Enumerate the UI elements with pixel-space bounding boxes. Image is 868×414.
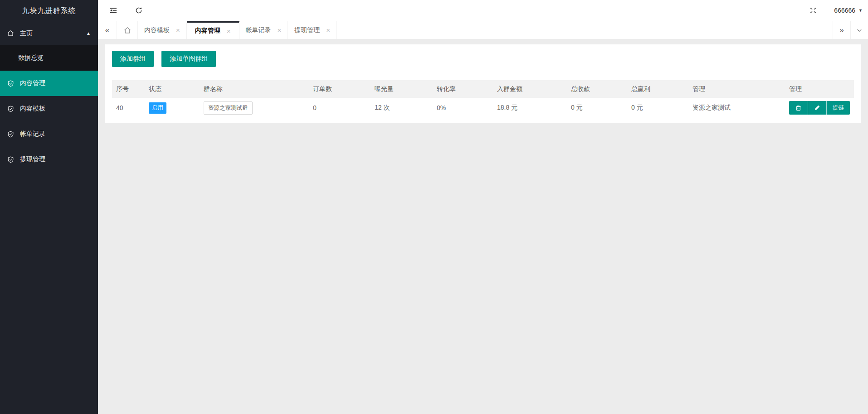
cell-conversion: 0%: [433, 98, 493, 118]
tab-label: 提现管理: [294, 26, 320, 34]
cell-status: 启用: [145, 98, 200, 118]
fullscreen-button[interactable]: [804, 0, 822, 21]
tabs-scroll-left-button[interactable]: «: [98, 21, 117, 39]
home-icon: [7, 30, 14, 37]
app-title: 九块九进群系统: [0, 0, 98, 21]
chevron-down-icon: [856, 27, 863, 34]
col-header-actions: 管理: [785, 80, 854, 98]
close-icon[interactable]: ×: [278, 27, 282, 34]
close-icon[interactable]: ×: [326, 27, 330, 34]
cell-total-received: 0 元: [567, 98, 627, 118]
sidebar-item-data-overview[interactable]: 数据总览: [0, 45, 98, 71]
delete-button[interactable]: [789, 101, 808, 115]
sidebar-item-content-manage[interactable]: 内容管理: [0, 71, 98, 96]
tab-withdraw-manage[interactable]: 提现管理 ×: [288, 21, 337, 39]
sidebar-item-content-template[interactable]: 内容模板: [0, 96, 98, 121]
col-header-status: 状态: [145, 80, 200, 98]
tabbar-right-controls: »: [833, 21, 868, 39]
add-group-button[interactable]: 添加群组: [112, 51, 154, 67]
col-header-group-name: 群名称: [200, 80, 309, 98]
chevrons-left-icon: «: [105, 26, 109, 35]
add-single-image-group-button[interactable]: 添加单图群组: [161, 51, 216, 67]
cell-exposure: 12 次: [371, 98, 433, 118]
admin-app: 九块九进群系统 主页 ▲ 数据总览 内容管理: [0, 0, 868, 414]
tabs-menu-button[interactable]: [850, 21, 868, 39]
tab-label: 帐单记录: [246, 26, 271, 34]
sidebar: 九块九进群系统 主页 ▲ 数据总览 内容管理: [0, 0, 98, 414]
col-header-manager: 管理: [688, 80, 785, 98]
sidebar-menu: 主页 ▲ 数据总览 内容管理 内容模板: [0, 21, 98, 172]
tab-content-template[interactable]: 内容模板 ×: [138, 21, 187, 39]
topbar: 666666 ▼: [98, 0, 868, 21]
status-badge[interactable]: 启用: [149, 102, 166, 114]
sidebar-item-label: 内容模板: [20, 105, 45, 113]
main-content: 添加群组 添加单图群组 序号 状态 群名称 订: [98, 40, 868, 414]
cell-actions: 提链: [785, 98, 854, 118]
fullscreen-icon: [809, 6, 817, 14]
caret-down-icon: ▼: [858, 8, 863, 13]
shield-check-icon: [7, 106, 14, 112]
tab-home[interactable]: [117, 21, 138, 39]
shield-check-icon: [7, 80, 14, 87]
username: 666666: [834, 7, 855, 14]
groups-table: 序号 状态 群名称 订单数 曝光量 转化率 入群金额 总收款 总赢利 管理 管理: [112, 80, 854, 118]
tabbar: « 内容模板 × 内容管理 × 帐单记录 × 提现管理 × »: [98, 21, 868, 39]
cell-orders: 0: [309, 98, 371, 118]
refresh-icon: [135, 6, 143, 14]
shield-check-icon: [7, 131, 14, 138]
close-icon[interactable]: ×: [227, 28, 231, 34]
group-name-button[interactable]: 资源之家测试群: [204, 101, 253, 115]
row-action-group: 提链: [789, 101, 850, 115]
groups-table-wrap: 序号 状态 群名称 订单数 曝光量 转化率 入群金额 总收款 总赢利 管理 管理: [112, 80, 854, 118]
col-header-id: 序号: [112, 80, 145, 98]
col-header-conversion: 转化率: [433, 80, 493, 98]
tab-content-manage[interactable]: 内容管理 ×: [187, 21, 239, 39]
col-header-join-amount: 入群金额: [493, 80, 567, 98]
col-header-total-received: 总收款: [567, 80, 627, 98]
sidebar-item-label: 内容管理: [20, 79, 45, 87]
collapse-sidebar-icon: [109, 6, 118, 15]
tab-bill-records[interactable]: 帐单记录 ×: [239, 21, 288, 39]
sidebar-item-label: 帐单记录: [20, 130, 45, 138]
cell-total-profit: 0 元: [627, 98, 688, 118]
trash-icon: [795, 105, 802, 111]
table-header-row: 序号 状态 群名称 订单数 曝光量 转化率 入群金额 总收款 总赢利 管理 管理: [112, 80, 854, 98]
cell-id: 40: [112, 98, 145, 118]
caret-up-icon: ▲: [86, 31, 91, 36]
tab-label: 内容管理: [195, 27, 220, 35]
content-card: 添加群组 添加单图群组 序号 状态 群名称 订: [105, 44, 861, 123]
chevrons-right-icon: »: [839, 26, 844, 35]
col-header-exposure: 曝光量: [371, 80, 433, 98]
tabs-scroll-right-button[interactable]: »: [833, 21, 850, 39]
user-menu[interactable]: 666666 ▼: [832, 0, 867, 21]
shield-check-icon: [7, 156, 14, 163]
col-header-total-profit: 总赢利: [627, 80, 688, 98]
sidebar-item-home[interactable]: 主页 ▲: [0, 21, 98, 45]
edit-button[interactable]: [808, 101, 827, 115]
sidebar-item-withdraw-manage[interactable]: 提现管理: [0, 147, 98, 172]
table-row: 40 启用 资源之家测试群 0 12 次 0% 18.8 元 0 元: [112, 98, 854, 118]
home-icon: [124, 27, 131, 34]
sidebar-item-label: 主页: [20, 29, 33, 38]
sidebar-item-bill-records[interactable]: 帐单记录: [0, 121, 98, 147]
cell-join-amount: 18.8 元: [493, 98, 567, 118]
sidebar-item-label: 数据总览: [18, 54, 44, 62]
collapse-sidebar-button[interactable]: [104, 0, 122, 21]
sidebar-item-label: 提现管理: [20, 155, 45, 164]
cell-manager: 资源之家测试: [688, 98, 785, 118]
extract-link-button[interactable]: 提链: [827, 101, 850, 115]
refresh-button[interactable]: [130, 0, 148, 21]
tab-label: 内容模板: [144, 26, 170, 34]
pencil-icon: [814, 105, 820, 111]
cell-group-name: 资源之家测试群: [200, 98, 309, 118]
close-icon[interactable]: ×: [176, 27, 180, 34]
col-header-orders: 订单数: [309, 80, 371, 98]
